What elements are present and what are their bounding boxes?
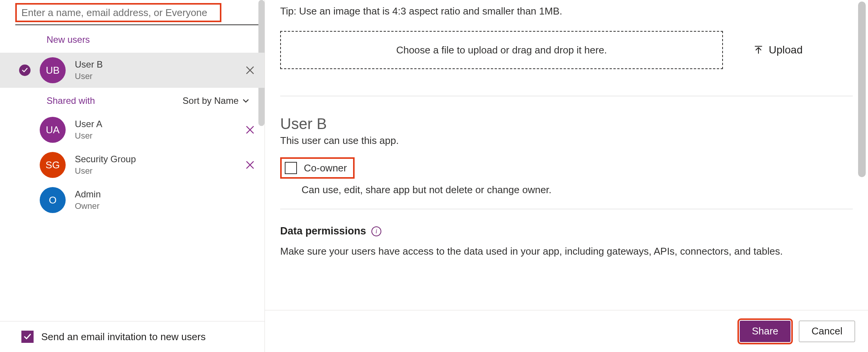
user-name: User B [75,59,245,70]
selected-user-subtitle: This user can use this app. [280,135,853,147]
people-scroll: Enter a name, email address, or Everyone… [0,0,265,321]
upload-label: Upload [769,44,803,56]
coowner-highlight: Co-owner [280,157,355,179]
shared-with-label: Shared with [47,95,95,106]
data-permissions-description: Make sure your users have access to the … [280,245,853,257]
user-name-block: Security Group User [75,154,245,176]
share-button[interactable]: Share [740,321,791,342]
share-app-dialog: Enter a name, email address, or Everyone… [0,0,868,352]
remove-user-icon[interactable] [245,65,255,76]
upload-row: Choose a file to upload or drag and drop… [280,31,853,69]
user-role: User [75,131,245,141]
dialog-footer: Share Cancel [265,310,868,352]
right-scrollbar[interactable] [858,2,866,177]
coowner-row: Co-owner [280,157,853,179]
file-dropzone[interactable]: Choose a file to upload or drag and drop… [280,31,723,69]
user-role: Owner [75,201,255,211]
avatar: UA [40,117,66,143]
coowner-checkbox[interactable] [285,162,297,174]
user-name-block: Admin Owner [75,189,255,211]
email-invite-label: Send an email invitation to new users [41,331,206,343]
remove-user-icon[interactable] [245,124,255,135]
selected-user-title: User B [280,115,853,132]
user-row-selected[interactable]: UB User B User [0,53,265,88]
sort-by-name-button[interactable]: Sort by Name [182,95,249,106]
sort-label: Sort by Name [182,95,239,106]
user-row[interactable]: UA User A User [0,112,265,147]
user-name-block: User B User [75,59,245,81]
user-name-block: User A User [75,119,245,141]
email-invite-checkbox[interactable] [21,331,34,343]
info-icon[interactable]: i [371,226,381,236]
avatar: SG [40,152,66,178]
people-search-input[interactable]: Enter a name, email address, or Everyone [15,3,221,22]
selected-check-icon [19,65,31,76]
user-name: User A [75,119,245,129]
search-placeholder: Enter a name, email address, or Everyone [21,7,207,19]
data-permissions-heading: Data permissions i [280,225,853,237]
new-users-heading: New users [0,25,265,53]
search-wrap: Enter a name, email address, or Everyone [0,2,265,24]
detail-panel: Tip: Use an image that is 4:3 aspect rat… [265,0,868,352]
cancel-button[interactable]: Cancel [799,321,855,342]
remove-user-icon[interactable] [245,160,255,170]
avatar: UB [40,57,66,83]
user-role: User [75,166,245,176]
divider [280,96,853,96]
email-invite-row: Send an email invitation to new users [0,321,265,352]
avatar: O [40,187,66,213]
user-row[interactable]: O Admin Owner [0,182,265,218]
upload-button[interactable]: Upload [753,44,803,56]
data-permissions-title: Data permissions [280,225,366,237]
dropzone-text: Choose a file to upload or drag and drop… [396,44,607,56]
user-name: Admin [75,189,255,200]
user-role: User [75,71,245,81]
user-row[interactable]: SG Security Group User [0,147,265,182]
upload-arrow-icon [753,45,763,55]
divider [280,209,853,209]
image-tip-text: Tip: Use an image that is 4:3 aspect rat… [280,0,853,17]
coowner-label: Co-owner [304,162,347,174]
coowner-description: Can use, edit, share app but not delete … [302,184,853,196]
people-panel: Enter a name, email address, or Everyone… [0,0,265,352]
shared-with-heading: Shared with Sort by Name [0,88,265,112]
user-name: Security Group [75,154,245,165]
chevron-down-icon [242,97,249,104]
